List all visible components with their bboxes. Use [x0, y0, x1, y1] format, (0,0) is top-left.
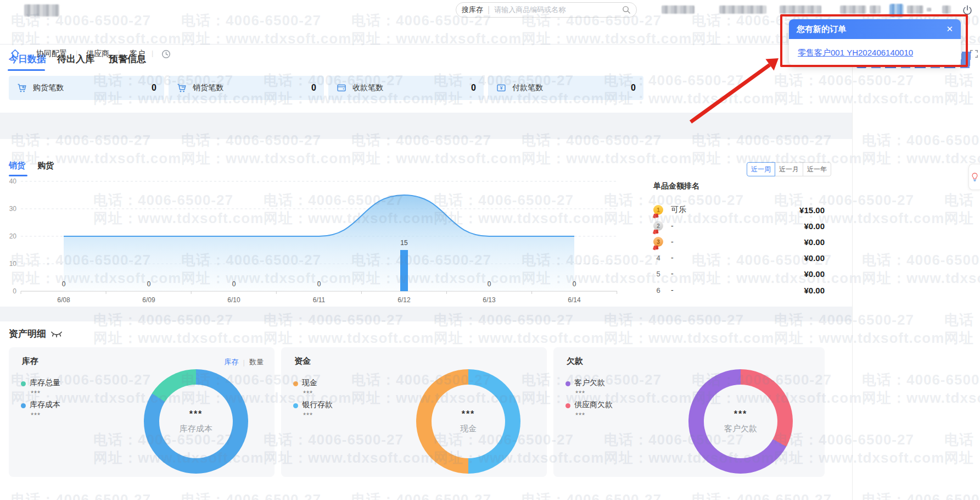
- range-year-button[interactable]: 近一年: [803, 162, 831, 176]
- legend-value: ***: [31, 411, 41, 419]
- search-scope-label: 搜库存: [462, 5, 483, 15]
- cart-minus-icon: [176, 82, 187, 93]
- donut-center: *** 库存成本: [144, 369, 248, 474]
- ranking-item-name: -: [671, 269, 674, 278]
- funds-donut-chart: *** 现金: [416, 369, 520, 474]
- legend-dot: [565, 381, 570, 386]
- nav-separator: |: [76, 49, 77, 57]
- stat-label: 收款笔数: [352, 83, 383, 93]
- ranking-item-name: -: [671, 253, 674, 262]
- app-logo-redacted: [24, 4, 59, 16]
- range-month-button[interactable]: 近一月: [775, 162, 803, 176]
- topbar-menu-redacted-3[interactable]: [780, 5, 821, 14]
- lightbulb-icon: [971, 172, 978, 182]
- donut-center: *** 客户欠款: [688, 369, 793, 474]
- legend-dot: [21, 403, 26, 408]
- stat-card-payment-count: ¥ 付款笔数 0: [488, 76, 643, 100]
- close-icon[interactable]: ✕: [946, 24, 953, 34]
- legend-label: 客户欠款: [574, 378, 605, 388]
- ranking-item-name: -: [671, 237, 674, 246]
- stat-value: 0: [152, 83, 156, 93]
- ranking-row-2: 2 - ¥0.00: [653, 220, 825, 232]
- nav-separator: |: [152, 49, 153, 57]
- legend-dot: [565, 403, 570, 408]
- ranking-item-amount: ¥0.00: [804, 269, 825, 279]
- topbar-menu-redacted-4[interactable]: [840, 5, 866, 14]
- topbar-menu-redacted-2[interactable]: [719, 5, 766, 14]
- eye-closed-icon[interactable]: [51, 330, 63, 338]
- ranking-item-name: -: [671, 286, 674, 295]
- donut-center-label: 库存成本: [180, 424, 212, 434]
- legend-label: 供应商欠款: [574, 400, 613, 410]
- ranking-item-amount: ¥0.00: [804, 286, 825, 295]
- rank-number: 6: [653, 286, 663, 295]
- cart-plus-icon: [16, 82, 27, 93]
- search-placeholder: 请输入商品编码或名称: [494, 5, 622, 15]
- chart-active-tab-underline: [9, 175, 27, 176]
- inventory-card: 库存 库存 | 数量 库存总量 *** 库存成本 *** *** 库存成本: [9, 347, 275, 477]
- legend-value: ***: [303, 411, 313, 419]
- ranking-item-amount: ¥0.00: [804, 253, 825, 263]
- inventory-card-title: 库存: [22, 356, 38, 366]
- chart-tab-purchase[interactable]: 购货: [37, 160, 54, 171]
- stat-value: 0: [311, 83, 316, 93]
- active-tab-underline: [8, 69, 45, 71]
- toggle-stock-value[interactable]: 库存: [225, 357, 239, 367]
- stat-label: 付款笔数: [512, 83, 543, 93]
- stat-card-sales-count: 销货笔数 0: [169, 76, 324, 100]
- inventory-search-input[interactable]: 搜库存 | 请输入商品编码或名称: [456, 2, 637, 18]
- ranking-row-5: 5 - ¥0.00: [653, 268, 825, 280]
- ranking-item-amount: ¥15.00: [799, 205, 825, 215]
- stat-value: 0: [471, 83, 476, 93]
- topbar-icon-redacted[interactable]: [942, 5, 951, 14]
- new-order-popup: 您有新的订单 ✕ 零售客户001 YH202406140010: [789, 19, 961, 65]
- debts-card-title: 欠款: [567, 356, 583, 366]
- donut-center-label: 现金: [460, 424, 477, 434]
- home-icon[interactable]: [10, 48, 20, 59]
- history-clock-icon[interactable]: [161, 49, 171, 59]
- order-link[interactable]: 零售客户001 YH202406140010: [798, 48, 913, 58]
- avatar[interactable]: [889, 4, 904, 17]
- page-background-gap: [0, 307, 852, 321]
- legend-label: 库存成本: [30, 400, 60, 410]
- stat-card-receipt-count: 收款笔数 0: [328, 76, 484, 100]
- legend-value: ***: [575, 411, 585, 419]
- nav-item-supplier[interactable]: 供应商: [86, 49, 109, 59]
- bronze-medal-icon: 3: [653, 237, 663, 247]
- stat-card-purchase-count: 购货笔数 0: [9, 76, 164, 100]
- legend-value: ***: [31, 389, 41, 397]
- stat-label: 销货笔数: [193, 83, 223, 93]
- banknote-yuan-icon: ¥: [496, 82, 507, 93]
- debts-donut-chart: *** 客户欠款: [688, 369, 793, 474]
- legend-dot: [293, 381, 298, 386]
- inventory-toggle: 库存 | 数量: [225, 357, 264, 367]
- toggle-quantity[interactable]: 数量: [249, 357, 264, 367]
- ranking-item-name: -: [671, 221, 674, 230]
- donut-center-value: ***: [462, 409, 475, 419]
- chart-tab-sales[interactable]: 销货: [9, 160, 25, 171]
- nav-item-collab-config[interactable]: 协同配置: [36, 49, 67, 59]
- page-background-gap: [0, 113, 852, 139]
- chart-range-group: 近一周 近一月 近一年: [747, 162, 831, 176]
- legend-value: ***: [303, 389, 313, 397]
- username-redacted: [907, 5, 923, 14]
- stat-value: 0: [631, 83, 636, 93]
- popup-header: 您有新的订单 ✕: [789, 19, 961, 39]
- suggestion-bulb-tab[interactable]: [968, 164, 980, 190]
- donut-center-value: ***: [734, 409, 748, 419]
- username-suffix-redacted: [927, 8, 931, 12]
- search-icon[interactable]: [622, 5, 631, 14]
- dashboard-page: 搜库存 | 请输入商品编码或名称 协同配置 | 供应商 | 客户: [0, 0, 980, 500]
- logout-power-icon[interactable]: [962, 5, 973, 16]
- donut-center-label: 客户欠款: [724, 424, 757, 434]
- topbar-menu-redacted-5[interactable]: [870, 5, 881, 14]
- legend-value: ***: [575, 389, 585, 397]
- nav-item-customer[interactable]: 客户: [130, 49, 145, 59]
- ranking-row-3: 3 - ¥0.00: [653, 236, 825, 248]
- rank-number: 4: [653, 254, 663, 262]
- topbar-menu-redacted-1[interactable]: [662, 5, 695, 14]
- range-week-button[interactable]: 近一周: [747, 162, 775, 176]
- ranking-title: 单品金额排名: [653, 181, 699, 191]
- svg-text:¥: ¥: [500, 85, 503, 91]
- right-sidebar: [852, 44, 980, 500]
